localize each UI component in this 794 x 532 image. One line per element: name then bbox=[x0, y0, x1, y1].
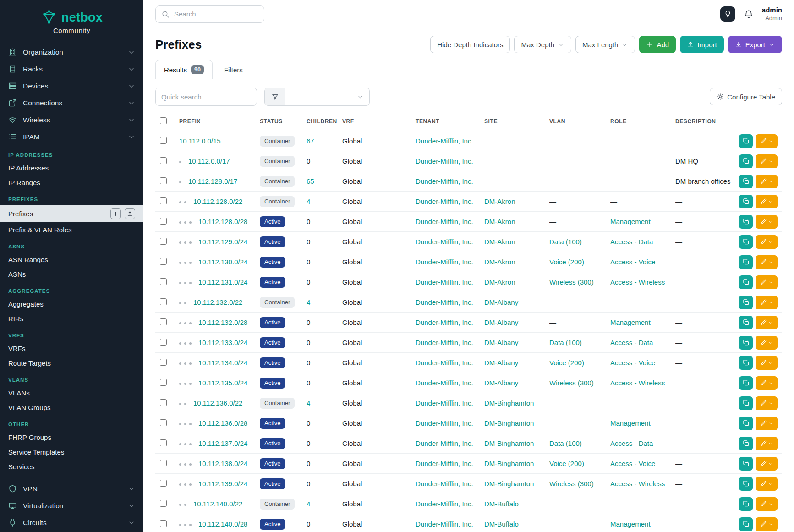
edit-button[interactable] bbox=[756, 195, 778, 208]
prefix-link[interactable]: 10.112.128.0/28 bbox=[198, 218, 247, 225]
edit-button[interactable] bbox=[756, 376, 778, 390]
sidebar-item-vlans[interactable]: VLANs bbox=[0, 385, 143, 400]
edit-button[interactable] bbox=[756, 356, 778, 370]
prefix-link[interactable]: 10.112.132.0/22 bbox=[193, 298, 242, 306]
role-link[interactable]: Management bbox=[610, 218, 651, 225]
configure-table-button[interactable]: Configure Table bbox=[710, 88, 782, 105]
prefix-link[interactable]: 10.112.0.0/17 bbox=[188, 157, 230, 165]
prefix-link[interactable]: 10.112.134.0/24 bbox=[198, 359, 247, 367]
row-checkbox[interactable] bbox=[160, 298, 167, 305]
edit-button[interactable] bbox=[756, 316, 778, 329]
children-count[interactable]: 65 bbox=[307, 177, 314, 185]
copy-button[interactable] bbox=[739, 275, 753, 289]
row-checkbox[interactable] bbox=[160, 399, 167, 406]
sidebar-item-services[interactable]: Services bbox=[0, 459, 143, 474]
site-link[interactable]: DM-Akron bbox=[484, 258, 515, 266]
row-checkbox[interactable] bbox=[160, 500, 167, 507]
sidebar-item-organization[interactable]: Organization bbox=[0, 44, 143, 60]
filter-button[interactable] bbox=[264, 88, 285, 106]
export-button[interactable]: Export bbox=[728, 36, 782, 53]
quick-import-button[interactable] bbox=[125, 208, 135, 219]
copy-button[interactable] bbox=[739, 477, 753, 491]
vlan-link[interactable]: Voice (200) bbox=[549, 359, 584, 367]
children-count[interactable]: 4 bbox=[307, 399, 310, 407]
site-link[interactable]: DM-Binghamton bbox=[484, 439, 534, 447]
prefix-link[interactable]: 10.112.128.0/22 bbox=[193, 197, 242, 205]
copy-button[interactable] bbox=[739, 296, 753, 309]
prefix-link[interactable]: 10.112.132.0/28 bbox=[198, 318, 247, 326]
site-link[interactable]: DM-Albany bbox=[484, 379, 518, 387]
copy-button[interactable] bbox=[739, 154, 753, 168]
role-link[interactable]: Access - Wireless bbox=[610, 379, 665, 387]
sidebar-item-ipam[interactable]: IPAM bbox=[0, 128, 143, 145]
sidebar-item-fhrp-groups[interactable]: FHRP Groups bbox=[0, 430, 143, 444]
edit-button[interactable] bbox=[756, 215, 778, 229]
site-link[interactable]: DM-Binghamton bbox=[484, 419, 534, 427]
site-link[interactable]: DM-Binghamton bbox=[484, 399, 534, 407]
sidebar-item-vpn[interactable]: VPN bbox=[0, 480, 143, 497]
role-link[interactable]: Access - Data bbox=[610, 238, 653, 246]
children-count[interactable]: 4 bbox=[307, 298, 310, 306]
copy-button[interactable] bbox=[739, 215, 753, 229]
edit-button[interactable] bbox=[756, 275, 778, 289]
prefix-link[interactable]: 10.112.140.0/22 bbox=[193, 500, 242, 508]
copy-button[interactable] bbox=[739, 336, 753, 350]
site-link[interactable]: DM-Binghamton bbox=[484, 460, 534, 467]
edit-button[interactable] bbox=[756, 417, 778, 430]
sidebar-item-service-templates[interactable]: Service Templates bbox=[0, 444, 143, 459]
sidebar-item-devices[interactable]: Devices bbox=[0, 77, 143, 94]
prefix-link[interactable]: 10.112.129.0/24 bbox=[198, 238, 247, 246]
tenant-link[interactable]: Dunder-Mifflin, Inc. bbox=[416, 278, 473, 286]
edit-button[interactable] bbox=[756, 235, 778, 249]
prefix-link[interactable]: 10.112.138.0/24 bbox=[198, 460, 247, 467]
tenant-link[interactable]: Dunder-Mifflin, Inc. bbox=[416, 197, 473, 205]
role-link[interactable]: Access - Data bbox=[610, 339, 653, 346]
row-checkbox[interactable] bbox=[160, 258, 167, 265]
row-checkbox[interactable] bbox=[160, 318, 167, 325]
copy-button[interactable] bbox=[739, 437, 753, 450]
column-header-children[interactable]: CHILDREN bbox=[302, 112, 338, 131]
vlan-link[interactable]: Data (100) bbox=[549, 339, 582, 346]
import-button[interactable]: Import bbox=[680, 36, 724, 53]
site-link[interactable]: DM-Binghamton bbox=[484, 480, 534, 488]
copy-button[interactable] bbox=[739, 376, 753, 390]
role-link[interactable]: Access - Wireless bbox=[610, 480, 665, 488]
copy-button[interactable] bbox=[739, 195, 753, 208]
tenant-link[interactable]: Dunder-Mifflin, Inc. bbox=[416, 419, 473, 427]
copy-button[interactable] bbox=[739, 134, 753, 148]
copy-button[interactable] bbox=[739, 356, 753, 370]
role-link[interactable]: Access - Voice bbox=[610, 359, 655, 367]
notifications-button[interactable] bbox=[744, 9, 754, 19]
row-checkbox[interactable] bbox=[160, 520, 167, 527]
tenant-link[interactable]: Dunder-Mifflin, Inc. bbox=[416, 137, 473, 145]
site-link[interactable]: DM-Albany bbox=[484, 298, 518, 306]
edit-button[interactable] bbox=[756, 134, 778, 148]
copy-button[interactable] bbox=[739, 396, 753, 410]
vlan-link[interactable]: Wireless (300) bbox=[549, 480, 594, 488]
vlan-link[interactable]: Data (100) bbox=[549, 439, 582, 447]
quick-search-input[interactable] bbox=[155, 88, 257, 106]
row-checkbox[interactable] bbox=[160, 379, 167, 386]
prefix-link[interactable]: 10.112.133.0/24 bbox=[198, 339, 247, 346]
role-link[interactable]: Access - Voice bbox=[610, 258, 655, 266]
edit-button[interactable] bbox=[756, 477, 778, 491]
column-header-role[interactable]: ROLE bbox=[606, 112, 671, 131]
prefix-link[interactable]: 10.112.131.0/24 bbox=[198, 278, 247, 286]
row-checkbox[interactable] bbox=[160, 197, 167, 204]
edit-button[interactable] bbox=[756, 497, 778, 511]
tenant-link[interactable]: Dunder-Mifflin, Inc. bbox=[416, 339, 473, 346]
hide-depth-indicators-button[interactable]: Hide Depth Indicators bbox=[430, 36, 510, 53]
theme-toggle-button[interactable] bbox=[720, 6, 735, 22]
edit-button[interactable] bbox=[756, 396, 778, 410]
sidebar-item-asn-ranges[interactable]: ASN Ranges bbox=[0, 252, 143, 267]
brand[interactable]: netbox Community bbox=[0, 0, 143, 39]
column-header-tenant[interactable]: TENANT bbox=[411, 112, 480, 131]
tenant-link[interactable]: Dunder-Mifflin, Inc. bbox=[416, 500, 473, 508]
prefix-link[interactable]: 10.112.0.0/15 bbox=[179, 137, 221, 145]
tab-results[interactable]: Results 90 bbox=[155, 60, 213, 79]
edit-button[interactable] bbox=[756, 517, 778, 531]
edit-button[interactable] bbox=[756, 296, 778, 309]
children-count[interactable]: 67 bbox=[307, 137, 314, 145]
saved-filter-select[interactable] bbox=[285, 88, 370, 106]
tenant-link[interactable]: Dunder-Mifflin, Inc. bbox=[416, 520, 473, 528]
